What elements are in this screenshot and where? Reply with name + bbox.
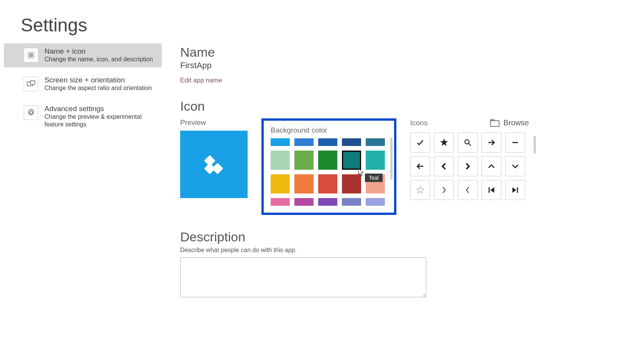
browse-button[interactable]: Browse xyxy=(490,118,529,127)
icon-option-minus[interactable] xyxy=(505,133,525,152)
folder-icon xyxy=(490,119,499,127)
icon-option-chevron-left-bold[interactable] xyxy=(434,156,454,176)
sidebar-item-desc: Change the preview & experimental featur… xyxy=(44,113,156,129)
color-swatch[interactable] xyxy=(271,198,290,206)
name-icon xyxy=(24,48,38,62)
browse-label: Browse xyxy=(503,118,529,127)
svg-rect-16 xyxy=(489,187,490,193)
svg-rect-10 xyxy=(491,120,494,121)
color-swatch[interactable] xyxy=(366,151,385,170)
icon-option-chevron-right[interactable] xyxy=(434,180,454,200)
sidebar-item-screen-size[interactable]: Screen size + orientation Change the asp… xyxy=(4,72,162,96)
icons-scrollbar[interactable] xyxy=(534,136,536,154)
icon-option-caret-down[interactable] xyxy=(505,156,525,176)
icons-grid: ★☆ xyxy=(410,133,529,200)
sidebar-item-name-icon[interactable]: Name + icon Change the name, icon, and d… xyxy=(4,43,162,67)
color-swatch[interactable] xyxy=(294,138,314,146)
icon-option-check[interactable] xyxy=(410,133,430,152)
svg-rect-5 xyxy=(30,81,35,84)
sidebar-item-label: Name + icon xyxy=(44,47,153,56)
description-heading: Description xyxy=(180,229,644,244)
color-swatch[interactable] xyxy=(294,198,314,206)
color-swatch[interactable] xyxy=(318,198,337,206)
icon-option-search[interactable] xyxy=(458,133,478,152)
color-swatch[interactable] xyxy=(366,138,385,146)
description-hint: Describe what people can do with this ap… xyxy=(180,247,644,254)
color-swatch[interactable] xyxy=(342,174,361,193)
color-scrollbar[interactable] xyxy=(390,138,393,207)
icon-option-skip-first[interactable] xyxy=(481,180,501,200)
color-swatch[interactable] xyxy=(318,151,337,170)
color-swatch[interactable] xyxy=(294,151,314,170)
color-swatch[interactable] xyxy=(294,174,314,193)
svg-rect-9 xyxy=(491,121,499,126)
app-icon-preview xyxy=(180,131,248,198)
color-swatch[interactable] xyxy=(342,198,361,206)
name-heading: Name xyxy=(180,45,644,60)
description-textarea[interactable] xyxy=(180,257,426,297)
preview-label: Preview xyxy=(180,118,248,127)
icon-option-chevron-right-bold[interactable] xyxy=(458,156,478,176)
main-content: Name FirstApp Edit app name Icon Preview xyxy=(162,43,644,299)
color-swatch[interactable] xyxy=(318,138,337,146)
sidebar-item-advanced[interactable]: Advanced settings Change the preview & e… xyxy=(4,101,162,133)
svg-point-11 xyxy=(465,140,469,144)
screen-icon xyxy=(24,77,38,91)
gear-icon xyxy=(24,105,38,120)
icon-option-chevron-left[interactable] xyxy=(458,180,478,200)
icon-heading: Icon xyxy=(180,99,644,114)
icon-option-caret-up[interactable] xyxy=(481,156,501,176)
sidebar-item-desc: Change the aspect ratio and orientation xyxy=(44,84,152,92)
sidebar-item-desc: Change the name, icon, and description xyxy=(44,56,153,64)
icon-option-skip-last[interactable] xyxy=(505,180,525,200)
icon-option-star[interactable]: ★ xyxy=(434,133,454,152)
color-swatch[interactable] xyxy=(318,174,337,193)
background-color-panel: Background color Teal xyxy=(261,118,396,215)
color-swatch[interactable] xyxy=(342,138,361,146)
sidebar-item-label: Screen size + orientation xyxy=(44,76,152,84)
icon-option-arrow-right[interactable] xyxy=(481,133,501,152)
app-name-value: FirstApp xyxy=(180,61,644,70)
color-swatch[interactable] xyxy=(271,138,290,146)
sidebar-item-label: Advanced settings xyxy=(44,105,156,113)
color-swatch[interactable] xyxy=(366,198,385,206)
color-swatch[interactable] xyxy=(271,174,290,193)
svg-line-12 xyxy=(469,144,471,146)
page-title: Settings xyxy=(4,0,644,43)
icon-option-star-outline[interactable]: ☆ xyxy=(410,180,430,200)
color-swatch[interactable] xyxy=(342,151,361,170)
edit-app-name-link[interactable]: Edit app name xyxy=(180,77,222,84)
color-swatch[interactable] xyxy=(271,151,290,170)
svg-rect-8 xyxy=(204,163,215,174)
settings-sidebar: Name + icon Change the name, icon, and d… xyxy=(4,43,162,299)
background-color-label: Background color xyxy=(271,126,387,134)
icon-option-arrow-left[interactable] xyxy=(410,156,430,176)
svg-marker-19 xyxy=(513,187,516,193)
svg-marker-17 xyxy=(490,187,494,193)
color-tooltip: Teal xyxy=(365,174,383,182)
color-swatch-grid: Teal xyxy=(271,138,387,206)
svg-rect-18 xyxy=(517,187,518,193)
icons-label: Icons xyxy=(410,119,427,127)
